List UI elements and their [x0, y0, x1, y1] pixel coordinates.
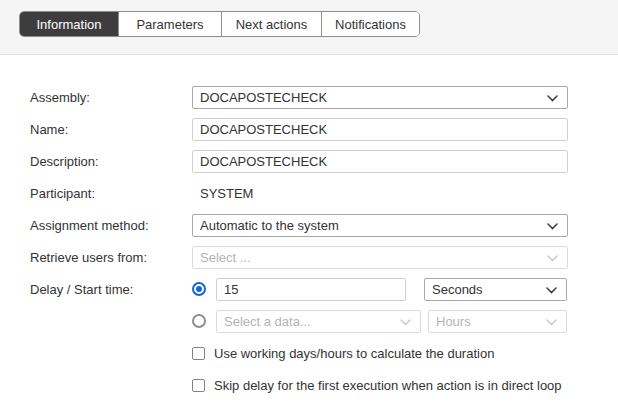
- retrieve-users-row: Retrieve users from: Select ...: [0, 241, 618, 273]
- retrieve-users-select: Select ...: [192, 246, 568, 269]
- delay-data-select-placeholder: Select a data...: [224, 314, 311, 329]
- chevron-down-icon: [400, 314, 411, 329]
- delay-duration-unit-select[interactable]: Seconds: [424, 278, 567, 301]
- tab-notifications[interactable]: Notifications: [321, 12, 419, 36]
- skip-delay-checkbox-label: Skip delay for the first execution when …: [214, 378, 562, 393]
- description-input[interactable]: [192, 150, 568, 173]
- assembly-select[interactable]: DOCAPOSTECHECK: [192, 86, 568, 109]
- skip-delay-row: Skip delay for the first execution when …: [0, 369, 618, 401]
- working-hours-checkbox-label: Use working days/hours to calculate the …: [214, 346, 494, 361]
- action-properties-screen: Information Parameters Next actions Noti…: [0, 0, 618, 402]
- participant-value: SYSTEM: [192, 186, 253, 201]
- working-hours-checkbox[interactable]: [192, 347, 205, 360]
- delay-data-row: Select a data... Hours: [0, 305, 618, 337]
- tab-parameters[interactable]: Parameters: [118, 12, 221, 36]
- delay-data-unit-select: Hours: [428, 310, 567, 333]
- tab-group: Information Parameters Next actions Noti…: [19, 11, 420, 37]
- delay-data-unit-value: Hours: [436, 314, 471, 329]
- assignment-method-label: Assignment method:: [30, 218, 192, 233]
- assembly-select-value: DOCAPOSTECHECK: [200, 90, 327, 105]
- delay-duration-radio[interactable]: [192, 282, 206, 296]
- delay-data-radio[interactable]: [192, 314, 206, 328]
- chevron-down-icon: [547, 218, 558, 233]
- chevron-down-icon: [547, 90, 558, 105]
- working-hours-row: Use working days/hours to calculate the …: [0, 337, 618, 369]
- assembly-row: Assembly: DOCAPOSTECHECK: [0, 81, 618, 113]
- name-row: Name:: [0, 113, 618, 145]
- participant-row: Participant: SYSTEM: [0, 177, 618, 209]
- assignment-method-row: Assignment method: Automatic to the syst…: [0, 209, 618, 241]
- retrieve-users-select-placeholder: Select ...: [200, 250, 251, 265]
- assembly-label: Assembly:: [30, 90, 192, 105]
- information-form: Assembly: DOCAPOSTECHECK Name: Descripti…: [0, 55, 618, 401]
- chevron-down-icon: [546, 314, 557, 329]
- delay-duration-unit-value: Seconds: [432, 282, 483, 297]
- tab-next-actions[interactable]: Next actions: [221, 12, 321, 36]
- retrieve-users-label: Retrieve users from:: [30, 250, 192, 265]
- description-row: Description:: [0, 145, 618, 177]
- name-input[interactable]: [192, 118, 568, 141]
- chevron-down-icon: [547, 250, 558, 265]
- assignment-method-select[interactable]: Automatic to the system: [192, 214, 568, 237]
- delay-duration-row: Delay / Start time: Seconds: [0, 273, 618, 305]
- assignment-method-select-value: Automatic to the system: [200, 218, 339, 233]
- tab-information[interactable]: Information: [20, 12, 118, 36]
- delay-duration-input[interactable]: [216, 278, 406, 301]
- skip-delay-checkbox[interactable]: [192, 379, 205, 392]
- delay-data-select: Select a data...: [216, 310, 421, 333]
- chevron-down-icon: [546, 282, 557, 297]
- tab-bar: Information Parameters Next actions Noti…: [0, 0, 618, 55]
- description-label: Description:: [30, 154, 192, 169]
- delay-start-time-label: Delay / Start time:: [30, 282, 192, 297]
- name-label: Name:: [30, 122, 192, 137]
- participant-label: Participant:: [30, 186, 192, 201]
